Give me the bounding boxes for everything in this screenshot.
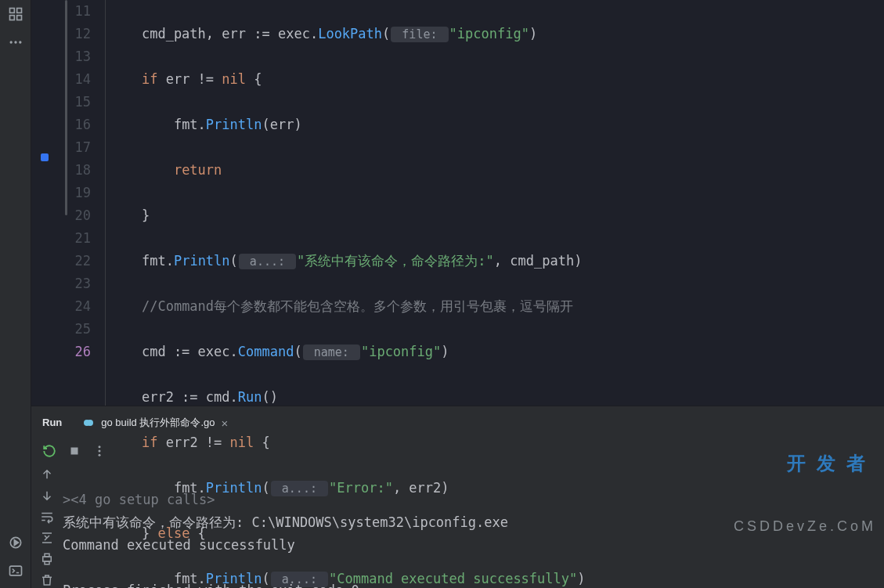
svg-point-11 (87, 420, 93, 426)
console-wrap: ><4 go setup calls> 系统中有该命令，命令路径为: C:\WI… (31, 464, 884, 588)
bookmark-marker[interactable] (41, 153, 49, 161)
line-number[interactable]: 17 (52, 136, 91, 159)
svg-rect-12 (71, 448, 78, 455)
svg-point-6 (19, 41, 21, 43)
inlay-hint: name: (303, 345, 360, 360)
line-number[interactable]: 12 (52, 23, 91, 45)
svg-point-13 (99, 446, 101, 448)
console-gutter (31, 464, 63, 588)
more-icon[interactable] (6, 33, 25, 52)
line-number[interactable]: 21 (52, 227, 91, 250)
editor-area: 11 12 13 14 15 16 17 18 19 20 21 22 23 2… (31, 0, 884, 406)
go-file-icon (82, 417, 95, 429)
svg-rect-3 (16, 16, 21, 20)
breakpoint-stripe[interactable] (31, 0, 52, 406)
watermark-line2: CSDDevZe.CoM (734, 515, 876, 538)
line-number-gutter[interactable]: 11 12 13 14 15 16 17 18 19 20 21 22 23 2… (52, 0, 105, 406)
line-number[interactable]: 11 (52, 0, 91, 23)
svg-point-15 (99, 454, 101, 456)
inlay-hint: a...: (239, 254, 296, 269)
console-line: Command executed successfully (63, 537, 295, 553)
svg-point-5 (14, 41, 16, 43)
print-icon[interactable] (40, 552, 54, 566)
stop-icon[interactable] (67, 444, 81, 458)
svg-rect-17 (45, 554, 49, 557)
svg-rect-16 (43, 557, 52, 561)
run-panel-label[interactable]: Run (31, 406, 73, 438)
line-number[interactable]: 22 (52, 250, 91, 272)
console-output[interactable]: ><4 go setup calls> 系统中有该命令，命令路径为: C:\WI… (63, 464, 884, 588)
run-nav-icon[interactable] (6, 533, 25, 552)
inlay-hint: file: (391, 27, 448, 42)
line-number[interactable]: 15 (52, 91, 91, 114)
line-number[interactable]: 13 (52, 45, 91, 68)
svg-rect-2 (9, 16, 14, 20)
line-number[interactable]: 14 (52, 68, 91, 91)
svg-rect-18 (45, 561, 49, 565)
svg-marker-8 (14, 540, 18, 546)
svg-rect-1 (16, 9, 21, 13)
line-number[interactable]: 16 (52, 114, 91, 136)
line-number[interactable]: 24 (52, 295, 91, 318)
trash-icon[interactable] (40, 573, 54, 587)
arrow-down-icon[interactable] (40, 489, 54, 503)
svg-point-4 (9, 41, 12, 43)
rerun-icon[interactable] (42, 444, 56, 458)
scroll-end-icon[interactable] (40, 531, 54, 545)
line-number[interactable]: 23 (52, 272, 91, 295)
line-number[interactable]: 18 (52, 159, 91, 182)
editor-scrollbar[interactable] (65, 0, 67, 215)
left-tool-rail (0, 0, 31, 588)
soft-wrap-icon[interactable] (40, 510, 54, 524)
arrow-up-icon[interactable] (40, 467, 54, 482)
indent-guide (105, 0, 106, 406)
main-area: 11 12 13 14 15 16 17 18 19 20 21 22 23 2… (31, 0, 884, 588)
terminal-icon[interactable] (6, 561, 25, 580)
svg-rect-0 (9, 9, 14, 13)
svg-rect-9 (9, 566, 21, 575)
console-line: 系统中有该命令，命令路径为: C:\WINDOWS\system32\ipcon… (63, 514, 508, 530)
console-line: ><4 go setup calls> (63, 492, 215, 507)
line-number[interactable]: 26 (52, 341, 91, 363)
line-number[interactable]: 20 (52, 204, 91, 227)
grid-icon[interactable] (6, 5, 25, 23)
console-line: Process finished with the exit code 0 (63, 583, 359, 588)
line-number[interactable]: 19 (52, 182, 91, 204)
line-number[interactable]: 25 (52, 318, 91, 341)
svg-point-14 (99, 450, 101, 453)
code-editor[interactable]: cmd_path, err := exec.LookPath( file: "i… (105, 0, 884, 406)
